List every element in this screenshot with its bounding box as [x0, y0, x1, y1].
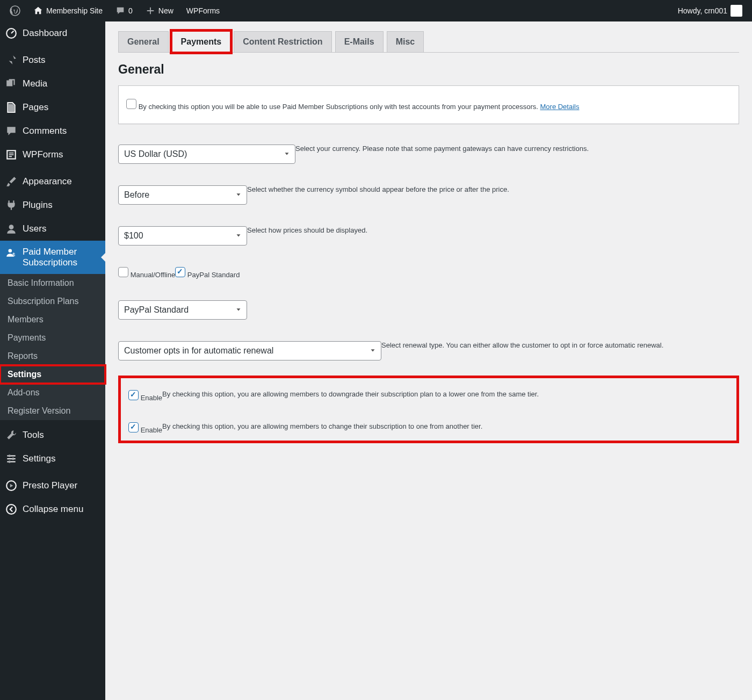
site-title: Membership Site [46, 6, 103, 15]
tab-misc[interactable]: Misc [387, 31, 424, 52]
settings-tabs: General Payments Content Restriction E-M… [118, 31, 739, 53]
tab-emails[interactable]: E-Mails [335, 31, 384, 52]
row-gateways: Manual/Offline PayPal Standard [118, 256, 739, 290]
svg-point-2 [10, 83, 12, 85]
checkbox-label-test-mode[interactable]: By checking this option you will be able… [126, 99, 579, 111]
select-price-format[interactable]: $100 [118, 226, 247, 246]
page-heading: General [118, 62, 739, 77]
checkbox-test-mode[interactable] [126, 99, 136, 109]
gateway-paypal[interactable]: PayPal Standard [175, 267, 240, 279]
sidebar-item-pages[interactable]: Pages [0, 96, 105, 119]
select-currency[interactable]: US Dollar (USD) [118, 145, 295, 164]
sidebar-item-appearance[interactable]: Appearance [0, 170, 105, 193]
media-icon [5, 78, 17, 90]
row-test-mode: By checking this option you will be able… [118, 85, 739, 124]
desc-renewal: Select renewal type. You can either allo… [381, 341, 663, 349]
checkbox-gateway-manual[interactable] [118, 267, 128, 277]
sidebar-item-dashboard[interactable]: Dashboard [0, 21, 105, 45]
select-renewal[interactable]: Customer opts in for automatic renewal [118, 341, 381, 360]
row-downgrades: Enable By checking this option, you are … [128, 385, 729, 417]
downgrades-enable[interactable]: Enable [128, 390, 162, 402]
desc-downgrades: By checking this option, you are allowin… [162, 390, 539, 398]
checkbox-downgrades[interactable] [128, 390, 139, 400]
wpforms-adminbar[interactable]: WPForms [182, 6, 224, 15]
wpforms-icon [5, 149, 17, 161]
svg-point-5 [9, 249, 12, 252]
sidebar-item-posts[interactable]: Posts [0, 48, 105, 72]
desc-currency-position: Select whether the currency symbol shoul… [247, 185, 509, 193]
svg-point-4 [9, 225, 14, 229]
sidebar-item-settings[interactable]: Settings [0, 447, 105, 453]
comments-link[interactable]: 0 [111, 6, 137, 16]
tab-content-restriction[interactable]: Content Restriction [234, 31, 331, 52]
submenu-register-version[interactable]: Register Version [0, 402, 105, 420]
comment-icon [5, 125, 17, 137]
submenu-basic-information[interactable]: Basic Information [0, 274, 105, 292]
submenu-payments[interactable]: Payments [0, 329, 105, 347]
checkbox-gateway-paypal[interactable] [175, 267, 185, 277]
row-renewal: Customer opts in for automatic renewal S… [118, 330, 739, 371]
pages-icon [5, 102, 17, 113]
admin-bar: Membership Site 0 New WPForms Howdy, crn… [0, 0, 752, 21]
row-price-format: $100 Select how prices should be display… [118, 215, 739, 256]
submenu-subscription-plans[interactable]: Subscription Plans [0, 292, 105, 311]
dashboard-icon [5, 27, 17, 39]
svg-text:$: $ [12, 252, 15, 257]
tab-payments[interactable]: Payments [172, 31, 231, 52]
submenu-members[interactable]: Members [0, 311, 105, 329]
desc-price-format: Select how prices should be displayed. [247, 226, 367, 234]
admin-sidebar: Dashboard Posts Media Pages Comments WPF… [0, 21, 105, 453]
sidebar-item-users[interactable]: Users [0, 217, 105, 241]
user-icon [5, 223, 17, 235]
link-more-details[interactable]: More Details [540, 103, 580, 111]
submenu-add-ons[interactable]: Add-ons [0, 384, 105, 402]
change-enable[interactable]: Enable [128, 422, 162, 434]
pin-icon [5, 54, 17, 66]
sidebar-item-comments[interactable]: Comments [0, 119, 105, 143]
sidebar-submenu: Basic Information Subscription Plans Mem… [0, 274, 105, 420]
comment-icon [115, 6, 125, 16]
account-link[interactable]: Howdy, crn001 [674, 5, 747, 17]
site-link[interactable]: Membership Site [29, 6, 107, 16]
desc-currency: Select your currency. Please note that s… [295, 145, 589, 153]
checkbox-change[interactable] [128, 422, 139, 432]
sidebar-item-media[interactable]: Media [0, 72, 105, 96]
new-label: New [158, 6, 173, 15]
wrench-icon [5, 429, 17, 441]
highlight-subscription-options: Enable By checking this option, you are … [118, 376, 739, 443]
new-link[interactable]: New [141, 6, 178, 16]
members-icon: $ [5, 247, 17, 258]
desc-change: By checking this option, you are allowin… [162, 422, 482, 430]
submenu-reports[interactable]: Reports [0, 347, 105, 365]
main-content: General Payments Content Restriction E-M… [105, 21, 752, 453]
wp-logo[interactable] [5, 5, 25, 16]
plus-icon [146, 6, 155, 16]
row-default-gateway: PayPal Standard [118, 290, 739, 330]
sidebar-item-paid-member-subscriptions[interactable]: $ Paid Member Subscriptions [0, 241, 105, 274]
sidebar-item-plugins[interactable]: Plugins [0, 193, 105, 217]
select-default-gateway[interactable]: PayPal Standard [118, 300, 247, 320]
row-currency: US Dollar (USD) Select your currency. Pl… [118, 134, 739, 175]
sidebar-item-tools[interactable]: Tools [0, 423, 105, 447]
select-currency-position[interactable]: Before [118, 185, 247, 205]
wordpress-icon [10, 5, 20, 16]
sidebar-item-wpforms[interactable]: WPForms [0, 143, 105, 167]
tab-general[interactable]: General [118, 31, 169, 52]
greeting: Howdy, crn001 [678, 6, 727, 15]
comment-count: 0 [128, 6, 133, 15]
row-currency-position: Before Select whether the currency symbo… [118, 175, 739, 215]
avatar [731, 5, 742, 17]
row-change: Enable By checking this option, you are … [128, 417, 729, 434]
home-icon [33, 6, 43, 16]
submenu-settings[interactable]: Settings [0, 365, 105, 384]
brush-icon [5, 176, 17, 187]
plug-icon [5, 199, 17, 211]
gateway-manual[interactable]: Manual/Offline [118, 267, 175, 279]
